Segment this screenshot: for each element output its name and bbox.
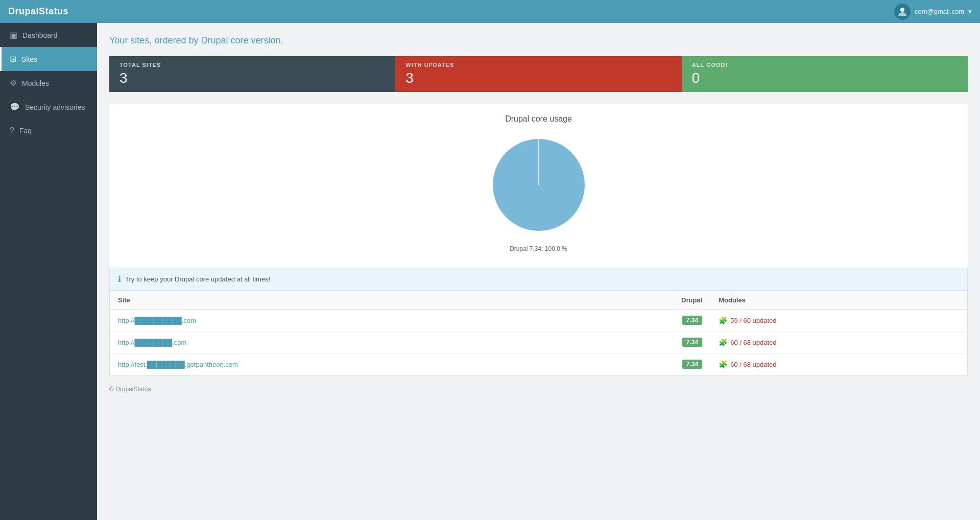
stat-updates-label: WITH UPDATES	[405, 62, 671, 68]
sites-table: Site Drupal Modules http://██████████.co…	[110, 291, 967, 375]
modules-cell: 🧩 60 / 68 updated	[710, 332, 967, 353]
user-menu[interactable]: com@gmail.com ▾	[894, 4, 972, 20]
main-layout: ▣ Dashboard ⊞ Sites ⚙ Modules 💬 Security…	[0, 23, 980, 520]
version-cell: 7.34	[581, 353, 710, 375]
site-link[interactable]: http://████████.com	[118, 339, 186, 346]
sidebar-label-modules: Modules	[22, 79, 49, 87]
sidebar-label-security: Security advisories	[25, 103, 85, 111]
col-modules: Modules	[710, 291, 967, 310]
puzzle-icon: 🧩	[719, 316, 727, 324]
site-link[interactable]: http://test.████████.gotpantheon.com	[118, 361, 238, 368]
table-header-row: Site Drupal Modules	[110, 291, 967, 310]
sidebar-item-security[interactable]: 💬 Security advisories	[0, 95, 97, 119]
subtitle-highlight: Drupal core version	[201, 35, 280, 45]
page-subtitle: Your sites, ordered by Drupal core versi…	[109, 35, 968, 46]
col-site: Site	[110, 291, 581, 310]
chart-container: Drupal 7.34: 100.0 %	[119, 129, 958, 257]
version-badge: 7.34	[682, 338, 702, 347]
site-url-cell: http://██████████.com	[110, 310, 581, 332]
stat-good-label: ALL GOOD!	[692, 62, 958, 68]
pie-chart	[488, 134, 590, 236]
pie-legend: Drupal 7.34: 100.0 %	[510, 245, 567, 252]
chart-title: Drupal core usage	[119, 114, 958, 124]
modules-status: 🧩 60 / 68 updated	[719, 360, 959, 368]
puzzle-icon: 🧩	[719, 360, 727, 368]
stat-good-value: 0	[692, 70, 958, 86]
modules-status: 🧩 59 / 60 updated	[719, 316, 959, 324]
stat-updates-value: 3	[405, 70, 671, 86]
sidebar-item-dashboard[interactable]: ▣ Dashboard	[0, 23, 97, 47]
sidebar-item-sites[interactable]: ⊞ Sites	[0, 47, 97, 71]
site-url-cell: http://test.████████.gotpantheon.com	[110, 353, 581, 375]
avatar	[894, 4, 911, 20]
modules-cell: 🧩 59 / 60 updated	[710, 310, 967, 332]
table-row: http://████████.com 7.34 🧩 60 / 68 updat…	[110, 332, 967, 353]
top-navbar: DrupalStatus com@gmail.com ▾	[0, 0, 980, 23]
version-badge: 7.34	[682, 316, 702, 325]
version-cell: 7.34	[581, 332, 710, 353]
stat-total: TOTAL SITES 3	[109, 56, 395, 92]
user-email: com@gmail.com	[915, 8, 964, 15]
svg-point-0	[900, 8, 904, 12]
sidebar-label-sites: Sites	[21, 55, 37, 63]
dropdown-arrow: ▾	[968, 8, 972, 15]
puzzle-icon: 🧩	[719, 338, 727, 346]
info-message: Try to keep your Drupal core updated at …	[125, 275, 270, 283]
modules-text: 59 / 60 updated	[730, 317, 776, 324]
content-area: Your sites, ordered by Drupal core versi…	[97, 23, 980, 520]
modules-cell: 🧩 60 / 68 updated	[710, 353, 967, 375]
table-row: http://test.████████.gotpantheon.com 7.3…	[110, 353, 967, 375]
brand-title: DrupalStatus	[8, 6, 68, 17]
dashboard-icon: ▣	[10, 30, 17, 40]
info-icon: ℹ	[118, 274, 121, 284]
table-row: http://██████████.com 7.34 🧩 59 / 60 upd…	[110, 310, 967, 332]
stats-row: TOTAL SITES 3 WITH UPDATES 3 ALL GOOD! 0	[109, 56, 968, 92]
modules-text: 60 / 68 updated	[730, 361, 776, 368]
sites-icon: ⊞	[10, 54, 16, 64]
version-cell: 7.34	[581, 310, 710, 332]
sidebar: ▣ Dashboard ⊞ Sites ⚙ Modules 💬 Security…	[0, 23, 97, 520]
sidebar-label-dashboard: Dashboard	[22, 31, 58, 39]
col-drupal: Drupal	[581, 291, 710, 310]
sidebar-item-modules[interactable]: ⚙ Modules	[0, 71, 97, 95]
site-link[interactable]: http://██████████.com	[118, 317, 196, 324]
security-icon: 💬	[10, 102, 20, 112]
sites-table-wrapper: Site Drupal Modules http://██████████.co…	[109, 291, 968, 375]
stat-updates: WITH UPDATES 3	[395, 56, 681, 92]
subtitle-prefix: Your sites, ordered by	[109, 35, 201, 45]
info-bar: ℹ Try to keep your Drupal core updated a…	[109, 268, 968, 291]
sidebar-item-faq[interactable]: ? Faq	[0, 119, 97, 143]
modules-text: 60 / 68 updated	[730, 339, 776, 346]
sidebar-label-faq: Faq	[19, 127, 32, 135]
version-badge: 7.34	[682, 360, 702, 369]
stat-good: ALL GOOD! 0	[682, 56, 968, 92]
faq-icon: ?	[10, 126, 14, 135]
modules-status: 🧩 60 / 68 updated	[719, 338, 959, 346]
footer: © DrupalStatus	[109, 375, 968, 403]
stat-total-value: 3	[119, 70, 385, 86]
stat-total-label: TOTAL SITES	[119, 62, 385, 68]
chart-section: Drupal core usage Drupal 7.34: 100.0 %	[109, 104, 968, 268]
modules-icon: ⚙	[10, 78, 17, 88]
subtitle-suffix: .	[281, 35, 283, 45]
site-url-cell: http://████████.com	[110, 332, 581, 353]
